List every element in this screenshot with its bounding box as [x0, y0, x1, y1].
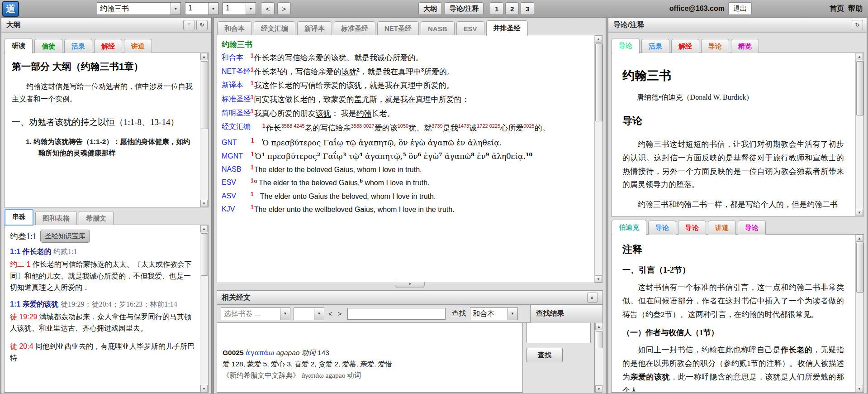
version-label[interactable]: 标准圣经	[222, 94, 251, 106]
quote-reference[interactable]: 约二 1	[10, 260, 30, 268]
outline-scrollbar[interactable]: ▲ ▼	[200, 53, 208, 207]
refresh-icon[interactable]: ↻	[196, 20, 208, 30]
version-label[interactable]: NET圣经	[222, 66, 251, 78]
related-book-select[interactable]: 选择书卷 ... ▼	[221, 308, 290, 320]
tab-精览[interactable]: 精览	[731, 39, 759, 53]
tab-希腊文[interactable]: 希腊文	[79, 211, 114, 225]
chevron-down-icon[interactable]: ▼	[208, 3, 218, 14]
outline-panel-button[interactable]: 大纲	[418, 2, 442, 15]
tab-导论[interactable]: 导论	[678, 221, 706, 235]
tab-标准圣经[interactable]: 标准圣经	[334, 21, 375, 35]
list-icon[interactable]: ≡	[183, 20, 194, 30]
refresh-icon[interactable]: ↻	[852, 20, 863, 30]
version-label[interactable]: 新译本	[222, 80, 251, 91]
tab-并排圣经[interactable]: 并排圣经	[486, 20, 528, 36]
crossref-verse-number[interactable]: 1:1	[10, 300, 20, 308]
quote-reference[interactable]: 徒 20:4	[10, 342, 33, 350]
version-label[interactable]: MGNT	[222, 151, 251, 162]
tab-解经[interactable]: 解经	[671, 39, 699, 53]
crossref-links[interactable]: 约贰1:1	[53, 248, 77, 255]
search-button[interactable]: 查找	[526, 348, 563, 362]
tab-活泉[interactable]: 活泉	[64, 39, 92, 53]
book-select[interactable]: 约翰三书 ▼	[97, 2, 181, 15]
tab-信徒[interactable]: 信徒	[34, 39, 62, 53]
next-verse-button[interactable]: >	[277, 2, 291, 15]
version-label[interactable]: ESV	[222, 177, 251, 188]
tab-NASB[interactable]: NASB	[421, 21, 455, 35]
version-label[interactable]: NASB	[222, 164, 251, 175]
version-label[interactable]: GNT	[222, 137, 251, 149]
related-next-button[interactable]: >	[338, 310, 342, 317]
tab-活泉[interactable]: 活泉	[641, 39, 669, 53]
version-label[interactable]: 经文汇编	[222, 121, 251, 135]
scroll-down-icon[interactable]: ▼	[856, 209, 863, 216]
scroll-down-icon[interactable]: ▼	[595, 385, 602, 393]
scroll-up-icon[interactable]: ▲	[595, 323, 602, 330]
scroll-up-icon[interactable]: ▲	[856, 235, 863, 242]
related-chapter-select[interactable]: ▼	[294, 308, 324, 320]
layout-3-button[interactable]: 3	[521, 2, 534, 15]
tab-研读[interactable]: 研读	[5, 38, 33, 53]
scroll-down-icon[interactable]: ▼	[856, 385, 863, 392]
app-logo[interactable]: 道	[2, 1, 19, 17]
tab-导论[interactable]: 导论	[738, 221, 766, 235]
chevron-down-icon[interactable]: ▼	[171, 3, 180, 14]
verses-scrollbar[interactable]: ▲ ▼	[594, 35, 602, 283]
lexicon-greek-word[interactable]: ἀγαπάω	[246, 349, 275, 357]
tab-解经[interactable]: 解经	[94, 39, 122, 53]
tab-讲道[interactable]: 讲道	[124, 39, 152, 53]
tab-和合本[interactable]: 和合本	[217, 21, 252, 35]
scrollbar-thumb[interactable]	[595, 43, 602, 121]
logout-button[interactable]: 退出	[728, 2, 752, 15]
intro-scrollbar[interactable]: ▲ ▼	[855, 53, 863, 216]
related-prev-button[interactable]: <	[328, 310, 332, 317]
verse-select[interactable]: 1 ▼	[223, 2, 256, 15]
scrollbar-thumb[interactable]	[856, 61, 863, 115]
version-label[interactable]: KJV	[222, 204, 251, 215]
scroll-up-icon[interactable]: ▲	[200, 225, 208, 232]
tab-经文汇编[interactable]: 经文汇编	[254, 21, 295, 35]
version-label[interactable]: 简明圣经	[222, 108, 251, 120]
scrollbar-thumb[interactable]	[201, 233, 208, 276]
quote-reference[interactable]: 徒 19:29	[10, 313, 37, 321]
tab-串珠[interactable]: 串珠	[5, 209, 33, 226]
chevron-down-icon[interactable]: ▼	[280, 308, 290, 320]
tab-ESV[interactable]: ESV	[456, 21, 484, 35]
layout-2-button[interactable]: 2	[505, 2, 519, 15]
commentary-scrollbar[interactable]: ▲ ▼	[855, 235, 863, 392]
tab-导论[interactable]: 导论	[701, 39, 729, 53]
chevron-down-icon[interactable]: ▼	[508, 308, 517, 320]
tab-图和表格[interactable]: 图和表格	[35, 211, 77, 225]
strongs-number[interactable]: G0025	[223, 349, 244, 356]
scrollbar-thumb[interactable]	[856, 243, 863, 293]
scroll-up-icon[interactable]: ▲	[595, 35, 602, 43]
related-search-input[interactable]	[347, 308, 446, 320]
bible-knowledge-treasury-button[interactable]: 圣经知识宝库	[40, 230, 90, 243]
related-version-select[interactable]: 和合本 ▼	[470, 308, 518, 320]
intro-panel-button[interactable]: 导论/注释	[445, 2, 484, 15]
version-label[interactable]: 和合本	[222, 52, 251, 64]
scrollbar-thumb[interactable]	[596, 331, 603, 348]
tab-讲道[interactable]: 讲道	[708, 221, 736, 235]
home-link[interactable]: 首页	[830, 4, 844, 14]
tab-伯迪克[interactable]: 伯迪克	[612, 220, 646, 235]
scroll-down-icon[interactable]: ▼	[595, 275, 602, 283]
scroll-up-icon[interactable]: ▲	[200, 53, 208, 60]
chevron-down-icon[interactable]: ▼	[246, 3, 256, 14]
help-link[interactable]: 帮助	[848, 4, 863, 14]
scrollbar-thumb[interactable]	[201, 61, 208, 129]
tab-导论[interactable]: 导论	[648, 221, 676, 235]
chapter-select[interactable]: 1 ▼	[185, 2, 218, 15]
collapse-notch-icon[interactable]: ▼	[395, 282, 425, 288]
tab-NET圣经[interactable]: NET圣经	[377, 21, 419, 35]
crossref-verse-number[interactable]: 1:1	[10, 248, 20, 255]
scroll-down-icon[interactable]: ▼	[200, 385, 208, 392]
lexicon-scrollbar[interactable]: ▲ ▼	[595, 323, 603, 393]
crossref-scrollbar[interactable]: ▲ ▼	[200, 225, 208, 392]
chevron-down-icon[interactable]: ▼	[314, 308, 324, 320]
tab-新译本[interactable]: 新译本	[297, 21, 332, 35]
version-label[interactable]: ASV	[222, 191, 251, 202]
scroll-up-icon[interactable]: ▲	[856, 53, 863, 60]
scroll-down-icon[interactable]: ▼	[200, 200, 208, 207]
crossref-links[interactable]: 徒19:29；徒20:4；罗16:23；林前1:14	[61, 300, 177, 308]
